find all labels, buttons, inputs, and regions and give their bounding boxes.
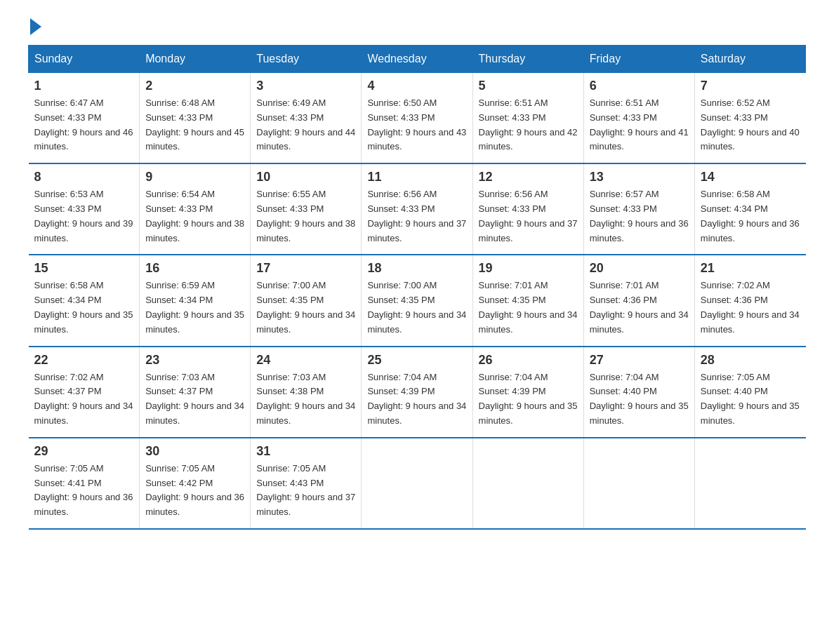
day-info: Sunrise: 6:48 AM Sunset: 4:33 PM Dayligh… [145, 96, 244, 154]
calendar-cell: 29 Sunrise: 7:05 AM Sunset: 4:41 PM Dayl… [29, 438, 140, 529]
day-number: 18 [367, 261, 466, 276]
sunset-text: Sunset: 4:33 PM [701, 112, 768, 123]
calendar-cell: 4 Sunrise: 6:50 AM Sunset: 4:33 PM Dayli… [362, 73, 472, 164]
logo [28, 21, 41, 31]
calendar-cell: 22 Sunrise: 7:02 AM Sunset: 4:37 PM Dayl… [29, 347, 140, 438]
sunrise-text: Sunrise: 7:04 AM [367, 372, 437, 382]
sunrise-text: Sunrise: 6:55 AM [256, 189, 326, 199]
day-info: Sunrise: 6:47 AM Sunset: 4:33 PM Dayligh… [34, 96, 134, 154]
column-header-wednesday: Wednesday [362, 46, 472, 73]
sunrise-text: Sunrise: 6:59 AM [145, 280, 215, 290]
week-row-3: 15 Sunrise: 6:58 AM Sunset: 4:34 PM Dayl… [29, 255, 806, 346]
daylight-text: Daylight: 9 hours and 39 minutes. [34, 218, 133, 243]
calendar-cell: 15 Sunrise: 6:58 AM Sunset: 4:34 PM Dayl… [29, 255, 140, 346]
daylight-text: Daylight: 9 hours and 34 minutes. [34, 401, 133, 426]
sunrise-text: Sunrise: 6:58 AM [701, 189, 770, 199]
sunset-text: Sunset: 4:37 PM [34, 386, 102, 396]
daylight-text: Daylight: 9 hours and 43 minutes. [367, 127, 466, 152]
sunrise-text: Sunrise: 7:04 AM [590, 372, 659, 382]
day-info: Sunrise: 6:56 AM Sunset: 4:33 PM Dayligh… [479, 187, 578, 246]
day-number: 2 [145, 79, 244, 93]
day-info: Sunrise: 7:05 AM Sunset: 4:43 PM Dayligh… [256, 462, 355, 520]
sunrise-text: Sunrise: 7:03 AM [256, 372, 326, 382]
day-number: 13 [590, 170, 689, 185]
sunset-text: Sunset: 4:33 PM [590, 203, 657, 214]
column-header-tuesday: Tuesday [251, 46, 362, 73]
day-number: 1 [34, 79, 134, 93]
day-info: Sunrise: 7:02 AM Sunset: 4:37 PM Dayligh… [34, 370, 134, 429]
calendar-cell: 27 Sunrise: 7:04 AM Sunset: 4:40 PM Dayl… [583, 347, 694, 438]
day-info: Sunrise: 7:00 AM Sunset: 4:35 PM Dayligh… [256, 279, 355, 337]
daylight-text: Daylight: 9 hours and 37 minutes. [256, 492, 355, 517]
daylight-text: Daylight: 9 hours and 34 minutes. [590, 309, 689, 335]
sunset-text: Sunset: 4:33 PM [367, 112, 435, 123]
daylight-text: Daylight: 9 hours and 34 minutes. [367, 309, 466, 335]
day-info: Sunrise: 6:59 AM Sunset: 4:34 PM Dayligh… [145, 279, 244, 337]
sunset-text: Sunset: 4:33 PM [256, 112, 324, 123]
day-info: Sunrise: 6:58 AM Sunset: 4:34 PM Dayligh… [34, 279, 134, 337]
daylight-text: Daylight: 9 hours and 35 minutes. [479, 401, 578, 426]
daylight-text: Daylight: 9 hours and 35 minutes. [701, 401, 800, 426]
day-info: Sunrise: 7:02 AM Sunset: 4:36 PM Dayligh… [701, 279, 800, 337]
day-number: 21 [701, 261, 800, 276]
calendar-cell: 7 Sunrise: 6:52 AM Sunset: 4:33 PM Dayli… [694, 73, 805, 164]
calendar-cell: 31 Sunrise: 7:05 AM Sunset: 4:43 PM Dayl… [251, 438, 362, 529]
day-info: Sunrise: 6:58 AM Sunset: 4:34 PM Dayligh… [701, 187, 800, 246]
day-number: 12 [479, 170, 578, 185]
calendar-cell: 26 Sunrise: 7:04 AM Sunset: 4:39 PM Dayl… [472, 347, 583, 438]
calendar-cell: 18 Sunrise: 7:00 AM Sunset: 4:35 PM Dayl… [362, 255, 472, 346]
calendar-cell: 1 Sunrise: 6:47 AM Sunset: 4:33 PM Dayli… [29, 73, 140, 164]
day-number: 15 [34, 261, 134, 276]
calendar-cell: 25 Sunrise: 7:04 AM Sunset: 4:39 PM Dayl… [362, 347, 472, 438]
daylight-text: Daylight: 9 hours and 35 minutes. [34, 309, 133, 335]
day-number: 25 [367, 353, 466, 368]
day-number: 17 [256, 261, 355, 276]
sunset-text: Sunset: 4:34 PM [701, 203, 768, 214]
sunrise-text: Sunrise: 6:48 AM [145, 98, 215, 108]
daylight-text: Daylight: 9 hours and 38 minutes. [256, 218, 355, 243]
week-row-5: 29 Sunrise: 7:05 AM Sunset: 4:41 PM Dayl… [29, 438, 806, 529]
sunset-text: Sunset: 4:33 PM [590, 112, 657, 123]
calendar-cell: 14 Sunrise: 6:58 AM Sunset: 4:34 PM Dayl… [694, 163, 805, 255]
day-number: 3 [256, 79, 355, 93]
sunset-text: Sunset: 4:38 PM [256, 386, 324, 396]
calendar-cell: 8 Sunrise: 6:53 AM Sunset: 4:33 PM Dayli… [29, 163, 140, 255]
calendar-cell: 13 Sunrise: 6:57 AM Sunset: 4:33 PM Dayl… [583, 163, 694, 255]
sunset-text: Sunset: 4:39 PM [479, 386, 546, 396]
day-number: 10 [256, 170, 355, 185]
sunset-text: Sunset: 4:35 PM [256, 295, 324, 305]
daylight-text: Daylight: 9 hours and 41 minutes. [590, 127, 689, 152]
day-number: 9 [145, 170, 244, 185]
calendar-cell: 28 Sunrise: 7:05 AM Sunset: 4:40 PM Dayl… [694, 347, 805, 438]
sunset-text: Sunset: 4:36 PM [701, 295, 768, 305]
sunset-text: Sunset: 4:41 PM [34, 478, 102, 488]
sunset-text: Sunset: 4:33 PM [256, 203, 324, 214]
calendar-cell: 17 Sunrise: 7:00 AM Sunset: 4:35 PM Dayl… [251, 255, 362, 346]
day-number: 27 [590, 353, 689, 368]
daylight-text: Daylight: 9 hours and 36 minutes. [145, 492, 244, 517]
calendar-cell: 6 Sunrise: 6:51 AM Sunset: 4:33 PM Dayli… [583, 73, 694, 164]
sunrise-text: Sunrise: 7:00 AM [256, 280, 326, 290]
week-row-4: 22 Sunrise: 7:02 AM Sunset: 4:37 PM Dayl… [29, 347, 806, 438]
day-info: Sunrise: 6:51 AM Sunset: 4:33 PM Dayligh… [479, 96, 578, 154]
sunset-text: Sunset: 4:33 PM [145, 112, 213, 123]
sunrise-text: Sunrise: 6:54 AM [145, 189, 215, 199]
column-header-friday: Friday [583, 46, 694, 73]
day-info: Sunrise: 7:04 AM Sunset: 4:39 PM Dayligh… [479, 370, 578, 429]
sunset-text: Sunset: 4:33 PM [145, 203, 213, 214]
day-info: Sunrise: 6:55 AM Sunset: 4:33 PM Dayligh… [256, 187, 355, 246]
daylight-text: Daylight: 9 hours and 35 minutes. [590, 401, 689, 426]
sunset-text: Sunset: 4:40 PM [590, 386, 657, 396]
calendar-cell: 19 Sunrise: 7:01 AM Sunset: 4:35 PM Dayl… [472, 255, 583, 346]
day-number: 5 [479, 79, 578, 93]
sunset-text: Sunset: 4:35 PM [367, 295, 435, 305]
daylight-text: Daylight: 9 hours and 40 minutes. [701, 127, 800, 152]
sunrise-text: Sunrise: 6:49 AM [256, 98, 326, 108]
daylight-text: Daylight: 9 hours and 34 minutes. [256, 309, 355, 335]
calendar-cell [694, 438, 805, 529]
day-number: 20 [590, 261, 689, 276]
sunset-text: Sunset: 4:35 PM [479, 295, 546, 305]
sunset-text: Sunset: 4:34 PM [145, 295, 213, 305]
day-info: Sunrise: 6:57 AM Sunset: 4:33 PM Dayligh… [590, 187, 689, 246]
day-number: 29 [34, 444, 134, 459]
